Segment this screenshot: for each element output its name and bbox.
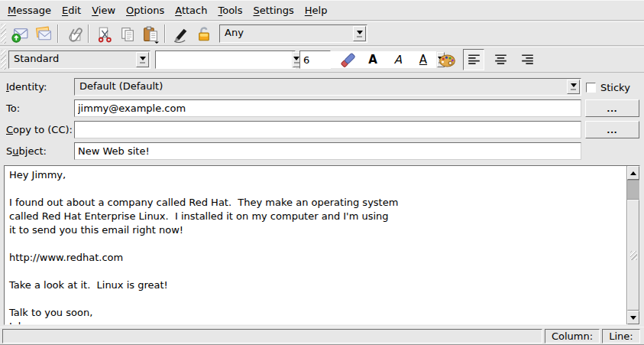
- chevron-down-icon: [293, 57, 299, 60]
- align-left-icon: [464, 50, 484, 70]
- toolbar-drag-handle[interactable]: [1, 50, 6, 70]
- scrollbar-grip-icon: [630, 251, 637, 260]
- eraser-icon: [338, 50, 358, 70]
- menu-view[interactable]: View: [86, 2, 121, 18]
- italic-button[interactable]: A: [387, 49, 409, 70]
- status-line-pane: Line: 12: [602, 329, 640, 343]
- align-left-button[interactable]: [463, 49, 484, 70]
- align-center-icon: [491, 50, 510, 70]
- send-later-button[interactable]: [32, 23, 53, 44]
- toolbar-separator: [88, 24, 89, 43]
- priority-combo[interactable]: Any: [219, 24, 367, 43]
- menu-tools[interactable]: Tools: [212, 2, 248, 18]
- font-family-combo[interactable]: [155, 50, 296, 69]
- chevron-down-icon: [357, 31, 363, 34]
- cc-address-picker-button[interactable]: ...: [585, 121, 639, 138]
- send-mail-button[interactable]: [9, 23, 31, 44]
- menubar: Message Edit View Options Attach Tools S…: [0, 0, 644, 21]
- subject-label: Subject:: [6, 142, 47, 160]
- encrypt-message-icon: [194, 24, 213, 44]
- status-column-pane: Column: 5: [545, 329, 600, 343]
- paste-icon: [141, 24, 160, 44]
- attach-file-button[interactable]: [63, 23, 84, 44]
- toolbar-separator: [57, 24, 59, 43]
- status-message-pane: [2, 329, 542, 343]
- encrypt-message-button[interactable]: [193, 23, 214, 44]
- to-label: To:: [6, 99, 20, 117]
- send-mail-icon: [11, 24, 30, 44]
- identity-combo[interactable]: Default (Default): [74, 78, 581, 96]
- menu-options[interactable]: Options: [121, 2, 170, 18]
- sticky-option: Sticky: [586, 82, 630, 93]
- format-toolbar: Standard: [0, 47, 644, 73]
- toolbar-drag-handle[interactable]: [1, 24, 6, 44]
- identity-combo-arrow[interactable]: [567, 80, 580, 94]
- main-toolbar: Any: [0, 21, 644, 46]
- to-address-picker-button[interactable]: ...: [585, 99, 639, 117]
- eraser-button[interactable]: [337, 49, 358, 70]
- chevron-down-icon: [140, 57, 146, 60]
- menu-help[interactable]: Help: [299, 2, 333, 18]
- scrollbar-down-button[interactable]: [627, 311, 639, 324]
- style-combo-arrow[interactable]: [136, 52, 149, 67]
- mail-composer-window: Message Edit View Options Attach Tools S…: [0, 0, 644, 345]
- message-body-text[interactable]: Hey Jimmy, I found out about a company c…: [5, 166, 626, 324]
- paste-button[interactable]: [139, 23, 160, 44]
- priority-combo-arrow[interactable]: [353, 26, 366, 41]
- attach-file-icon: [64, 24, 83, 44]
- scrollbar-thumb[interactable]: [627, 200, 639, 311]
- scrollbar-track[interactable]: [627, 180, 639, 200]
- underline-button[interactable]: A: [413, 49, 434, 70]
- priority-combo-value: Any: [220, 25, 352, 42]
- statusbar: Column: 5 Line: 12: [0, 327, 644, 345]
- paragraph-style-value: Standard: [9, 51, 135, 68]
- arrow-up-icon: [630, 171, 636, 175]
- underline-icon: A: [419, 53, 427, 67]
- menu-edit[interactable]: Edit: [57, 2, 86, 18]
- message-body-editor: Hey Jimmy, I found out about a company c…: [4, 165, 640, 325]
- paragraph-style-combo[interactable]: Standard: [8, 50, 150, 69]
- toolbar-separator: [164, 24, 166, 43]
- to-input[interactable]: [74, 99, 581, 117]
- send-later-icon: [34, 24, 53, 44]
- font-size-combo[interactable]: [299, 50, 331, 69]
- menu-settings[interactable]: Settings: [248, 2, 299, 18]
- sticky-checkbox[interactable]: [586, 83, 596, 93]
- text-color-button[interactable]: [436, 49, 458, 70]
- cut-icon: [95, 24, 114, 44]
- sign-message-icon: [171, 24, 190, 44]
- bold-button[interactable]: A: [362, 49, 383, 70]
- sign-message-button[interactable]: [170, 23, 191, 44]
- menu-message[interactable]: Message: [2, 2, 57, 18]
- editor-vertical-scrollbar: [626, 166, 639, 324]
- identity-combo-value: Default (Default): [75, 79, 566, 95]
- chevron-down-icon: [571, 83, 577, 87]
- copy-icon: [118, 24, 137, 44]
- sticky-label: Sticky: [600, 82, 630, 93]
- align-right-icon: [518, 50, 537, 70]
- identity-label: Identity:: [6, 78, 47, 96]
- text-color-palette-icon: [438, 50, 457, 70]
- bold-icon: A: [368, 53, 377, 67]
- cut-button[interactable]: [93, 23, 115, 44]
- menu-attach[interactable]: Attach: [170, 2, 212, 18]
- subject-input[interactable]: [74, 142, 581, 160]
- cc-input[interactable]: [74, 121, 581, 138]
- align-center-button[interactable]: [490, 49, 511, 70]
- scrollbar-up-button[interactable]: [627, 166, 639, 180]
- copy-button[interactable]: [116, 23, 138, 44]
- font-family-input[interactable]: [156, 51, 292, 68]
- italic-icon: A: [394, 53, 402, 67]
- align-right-button[interactable]: [516, 49, 538, 70]
- cc-label: Copy to (CC):: [6, 121, 73, 138]
- arrow-down-icon: [630, 316, 636, 320]
